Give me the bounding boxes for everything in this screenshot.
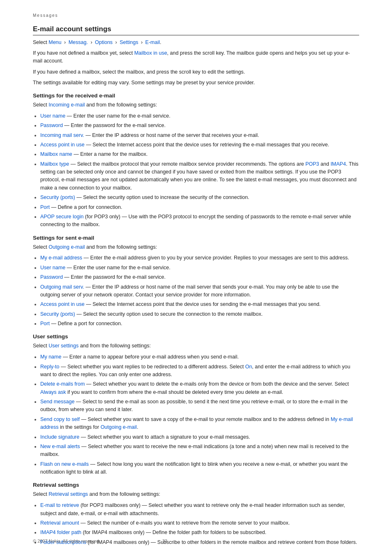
- outgoing-email-link[interactable]: Outgoing e-mail: [48, 244, 85, 250]
- breadcrumb-settings[interactable]: Settings: [120, 39, 138, 45]
- section-user-title: User settings: [33, 333, 359, 340]
- user-name-link-2[interactable]: User name: [40, 265, 65, 271]
- list-item: Retrieval amount — Select the number of …: [40, 519, 359, 527]
- retrieval-settings-link[interactable]: Retrieval settings: [48, 491, 88, 497]
- list-item: Send message — Select to send the e-mail…: [40, 398, 359, 414]
- section-sent-title: Settings for sent e-mail: [33, 235, 359, 241]
- list-item: Send copy to self — Select whether you w…: [40, 416, 359, 432]
- received-settings-list: User name — Enter the user name for the …: [40, 112, 359, 229]
- include-signature-link[interactable]: Include signature: [40, 434, 79, 440]
- intro-para-1: If you have not defined a mailbox yet, s…: [33, 49, 359, 65]
- mailbox-type-link[interactable]: Mailbox type: [40, 161, 69, 167]
- list-item: Password — Enter the password for the e-…: [40, 122, 359, 130]
- list-item: Security (ports) — Select the security o…: [40, 310, 359, 318]
- list-item: IMAP4 folder path (for IMAP4 mailboxes o…: [40, 529, 359, 536]
- breadcrumb-email[interactable]: E-mail: [145, 39, 160, 45]
- reply-to-link[interactable]: Reply-to: [40, 364, 60, 370]
- port-link-2[interactable]: Port: [40, 321, 50, 326]
- my-email-address-link[interactable]: My e-mail address: [40, 255, 82, 261]
- send-copy-to-self-link[interactable]: Send copy to self: [40, 416, 80, 422]
- imap4-link[interactable]: IMAP4: [330, 161, 346, 167]
- list-item: Flash on new e-mails — Select how long y…: [40, 460, 359, 476]
- outgoing-mail-serv-link[interactable]: Outgoing mail serv.: [40, 284, 84, 290]
- list-item: Port — Define a port for connection.: [40, 320, 359, 328]
- list-item: Incoming mail serv. — Enter the IP addre…: [40, 132, 359, 139]
- breadcrumb-messag[interactable]: Messag.: [69, 39, 88, 45]
- section-user-intro: Select User settings and from the follow…: [33, 342, 359, 350]
- send-message-link[interactable]: Send message: [40, 399, 74, 405]
- list-item: Security (ports) — Select the security o…: [40, 194, 359, 201]
- list-item: Port — Define a port for connection.: [40, 204, 359, 211]
- list-item: My e-mail address — Enter the e-mail add…: [40, 254, 359, 262]
- on-link[interactable]: On: [245, 364, 252, 370]
- copyright: © 2007 Nokia. All rights reserved.: [33, 539, 100, 543]
- list-item: Access point in use — Select the Interne…: [40, 141, 359, 149]
- access-point-link-2[interactable]: Access point in use: [40, 301, 85, 307]
- list-item: My name — Enter a name to appear before …: [40, 353, 359, 361]
- access-point-link-1[interactable]: Access point in use: [40, 142, 85, 148]
- password-link-2[interactable]: Password: [40, 274, 63, 280]
- user-name-link-1[interactable]: User name: [40, 113, 65, 119]
- user-settings-link[interactable]: User settings: [48, 343, 78, 349]
- list-item: Reply-to — Select whether you want repli…: [40, 363, 359, 379]
- sent-settings-list: My e-mail address — Enter the e-mail add…: [40, 254, 359, 328]
- list-item: New e-mail alerts — Select whether you w…: [40, 443, 359, 459]
- section-retrieval-intro: Select Retrieval settings and from the f…: [33, 490, 359, 498]
- security-ports-link-2[interactable]: Security (ports): [40, 311, 75, 317]
- page-number: 33: [100, 539, 229, 543]
- flash-on-new-emails-link[interactable]: Flash on new e-mails: [40, 461, 89, 467]
- section-received-title: Settings for the received e-mail: [33, 92, 359, 99]
- section-received-intro: Select Incoming e-mail and from the foll…: [33, 101, 359, 109]
- page-title: E-mail account settings: [33, 25, 359, 35]
- apop-secure-login-link[interactable]: APOP secure login: [40, 214, 83, 220]
- mailbox-name-link[interactable]: Mailbox name: [40, 151, 72, 157]
- list-item: Delete e-mails from — Select whether you…: [40, 380, 359, 396]
- section-sent-intro: Select Outgoing e-mail and from the foll…: [33, 243, 359, 251]
- new-email-alerts-link[interactable]: New e-mail alerts: [40, 444, 80, 449]
- breadcrumb: Select Menu › Messag. › Options › Settin…: [33, 39, 359, 45]
- always-ask-link[interactable]: Always ask: [40, 389, 66, 395]
- mailbox-in-use-link[interactable]: Mailbox in use: [134, 50, 167, 56]
- intro-para-2: If you have defined a mailbox, select th…: [33, 68, 359, 76]
- list-item: Mailbox name — Enter a name for the mail…: [40, 150, 359, 158]
- user-settings-list: My name — Enter a name to appear before …: [40, 353, 359, 476]
- outgoing-email-link-2[interactable]: Outgoing e-mail: [101, 424, 137, 430]
- list-item: User name — Enter the user name for the …: [40, 112, 359, 120]
- incoming-email-link[interactable]: Incoming e-mail: [48, 102, 85, 108]
- list-item: Outgoing mail serv. — Enter the IP addre…: [40, 283, 359, 299]
- list-item: Include signature — Select whether you w…: [40, 433, 359, 441]
- breadcrumb-options[interactable]: Options: [95, 39, 113, 45]
- page-section-label: Messages: [33, 13, 359, 18]
- list-item: Password — Enter the password for the e-…: [40, 273, 359, 281]
- security-ports-link-1[interactable]: Security (ports): [40, 194, 75, 200]
- port-link-1[interactable]: Port: [40, 204, 50, 210]
- incoming-mail-serv-link[interactable]: Incoming mail serv.: [40, 132, 84, 138]
- list-item: E-mail to retrieve (for POP3 mailboxes o…: [40, 502, 359, 518]
- imap4-folder-path-link[interactable]: IMAP4 folder path: [40, 530, 81, 535]
- section-retrieval-title: Retrieval settings: [33, 482, 359, 488]
- retrieval-amount-link[interactable]: Retrieval amount: [40, 520, 79, 526]
- page-footer: © 2007 Nokia. All rights reserved. 33: [33, 539, 359, 543]
- list-item: Access point in use — Select the Interne…: [40, 301, 359, 308]
- pop3-link[interactable]: POP3: [305, 161, 319, 167]
- my-name-link[interactable]: My name: [40, 354, 61, 360]
- list-item: APOP secure login (for POP3 only) — Use …: [40, 213, 359, 229]
- delete-emails-from-link[interactable]: Delete e-mails from: [40, 381, 85, 387]
- my-email-address-link-2[interactable]: My e-mail address: [40, 416, 353, 430]
- list-item: Mailbox type — Select the mailbox protoc…: [40, 160, 359, 192]
- intro-para-3: The settings available for editing may v…: [33, 79, 359, 87]
- email-to-retrieve-link[interactable]: E-mail to retrieve: [40, 502, 79, 508]
- list-item: User name — Enter the user name for the …: [40, 264, 359, 272]
- password-link-1[interactable]: Password: [40, 123, 63, 128]
- breadcrumb-menu[interactable]: Menu: [48, 39, 61, 45]
